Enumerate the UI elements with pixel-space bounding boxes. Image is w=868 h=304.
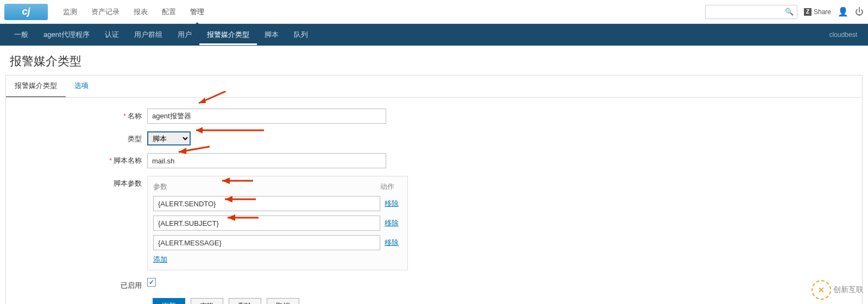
top-right: 🔍 Z Share 👤 ⏻ (705, 5, 864, 19)
label-type: 类型 (17, 131, 147, 144)
sub-nav-auth[interactable]: 认证 (97, 24, 127, 45)
row-enabled: 已启用 ✓ (17, 278, 851, 290)
share-icon: Z (804, 8, 812, 16)
row-params: 脚本参数 参数 动作 移除 移除 移除 添加 (17, 176, 851, 270)
sub-nav: 一般 agent代理程序 认证 用户群组 用户 报警媒介类型 脚本 队列 clo… (0, 24, 868, 46)
param-row-1: 移除 (153, 216, 402, 231)
svg-marker-0 (199, 98, 206, 103)
top-nav: 监测 资产记录 报表 配置 管理 (56, 2, 211, 22)
share-button[interactable]: Z Share (804, 8, 831, 16)
top-bar: cj 监测 资产记录 报表 配置 管理 🔍 Z Share 👤 ⏻ (0, 0, 868, 24)
params-header-action: 动作 (380, 182, 402, 192)
top-nav-manage[interactable]: 管理 (184, 2, 211, 22)
sub-nav-queue[interactable]: 队列 (286, 24, 316, 45)
label-params: 脚本参数 (17, 176, 147, 188)
tab-options[interactable]: 选项 (66, 75, 97, 97)
params-header-param: 参数 (153, 182, 380, 192)
param-remove-0[interactable]: 移除 (380, 199, 402, 208)
params-box: 参数 动作 移除 移除 移除 添加 (147, 176, 408, 270)
cancel-button[interactable]: 取消 (267, 298, 299, 304)
param-row-2: 移除 (153, 235, 402, 250)
update-button[interactable]: 更新 (153, 298, 185, 304)
user-icon[interactable]: 👤 (838, 7, 848, 17)
sub-nav-scripts[interactable]: 脚本 (257, 24, 286, 45)
power-icon[interactable]: ⏻ (855, 7, 864, 17)
delete-button[interactable]: 删除 (229, 298, 261, 304)
param-add[interactable]: 添加 (153, 255, 402, 264)
param-input-0[interactable] (153, 196, 380, 211)
logo: cj (4, 4, 48, 20)
row-scriptname: *脚本名称 (17, 153, 851, 168)
input-name[interactable] (147, 109, 386, 124)
brand-corner-label: 创新互联 (833, 285, 864, 295)
search-input[interactable]: 🔍 (705, 5, 797, 19)
top-nav-monitor[interactable]: 监测 (56, 2, 84, 22)
top-nav-reports[interactable]: 报表 (127, 2, 154, 22)
search-icon: 🔍 (785, 8, 794, 16)
input-scriptname[interactable] (147, 153, 386, 168)
clone-button[interactable]: 克隆 (191, 298, 223, 304)
top-nav-assets[interactable]: 资产记录 (85, 2, 126, 22)
param-row-0: 移除 (153, 196, 402, 211)
row-type: 类型 脚本 (17, 131, 851, 145)
sub-nav-brand: cloudbest (829, 31, 861, 39)
brand-corner: ✕ 创新互联 (807, 278, 868, 302)
label-scriptname: *脚本名称 (17, 153, 147, 166)
param-input-2[interactable] (153, 235, 380, 250)
param-input-1[interactable] (153, 216, 380, 231)
params-header: 参数 动作 (153, 182, 402, 192)
sub-nav-agent[interactable]: agent代理程序 (36, 24, 97, 45)
share-label: Share (814, 8, 831, 16)
sub-nav-usergroups[interactable]: 用户群组 (127, 24, 170, 45)
param-remove-1[interactable]: 移除 (380, 218, 402, 228)
content-box: 报警媒介类型 选项 *名称 类型 脚本 *脚本名称 脚本参数 参数 (5, 75, 863, 304)
tabs: 报警媒介类型 选项 (6, 75, 862, 98)
select-type[interactable]: 脚本 (147, 131, 191, 145)
param-remove-2[interactable]: 移除 (380, 238, 402, 248)
button-row: 更新 克隆 删除 取消 (153, 298, 851, 304)
tab-mediatype[interactable]: 报警媒介类型 (6, 75, 66, 97)
sub-nav-mediatypes[interactable]: 报警媒介类型 (199, 24, 257, 45)
brand-corner-icon: ✕ (812, 280, 831, 300)
form-area: *名称 类型 脚本 *脚本名称 脚本参数 参数 动作 (6, 98, 862, 304)
page-title: 报警媒介类型 (0, 46, 868, 75)
label-enabled: 已启用 (17, 278, 147, 290)
row-name: *名称 (17, 109, 851, 124)
label-name: *名称 (17, 109, 147, 121)
sub-nav-users[interactable]: 用户 (170, 24, 199, 45)
checkbox-enabled[interactable]: ✓ (147, 278, 156, 287)
top-nav-config[interactable]: 配置 (155, 2, 183, 22)
sub-nav-general[interactable]: 一般 (7, 24, 36, 45)
